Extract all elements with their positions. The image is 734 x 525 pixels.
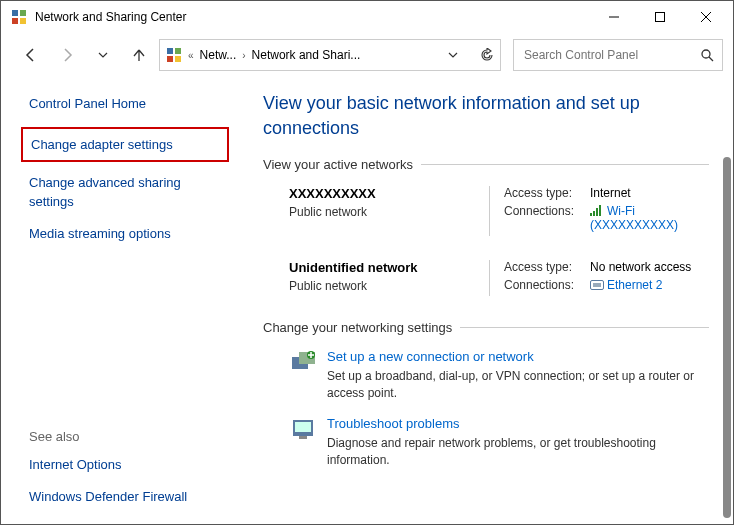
sidebar-item-advanced-sharing[interactable]: Change advanced sharing settings <box>29 174 229 210</box>
close-button[interactable] <box>683 1 729 33</box>
svg-rect-21 <box>299 436 307 439</box>
task-icon <box>289 416 317 444</box>
task-description: Diagnose and repair network problems, or… <box>327 435 709 469</box>
search-icon[interactable] <box>700 48 714 62</box>
section-active-networks: View your active networks <box>263 157 709 172</box>
up-button[interactable] <box>123 39 155 71</box>
forward-button[interactable] <box>51 39 83 71</box>
sidebar-item-home[interactable]: Control Panel Home <box>29 95 229 113</box>
network-block: Unidentified networkPublic networkAccess… <box>263 260 709 296</box>
svg-point-12 <box>702 50 710 58</box>
svg-rect-10 <box>167 56 173 62</box>
network-center-icon <box>11 9 27 25</box>
main-panel: View your basic network information and … <box>241 77 733 524</box>
svg-rect-11 <box>175 56 181 62</box>
search-input[interactable] <box>522 47 700 63</box>
breadcrumb-segment[interactable]: Network and Shari... <box>252 48 361 62</box>
network-center-icon <box>166 47 182 63</box>
wifi-signal-icon <box>590 205 604 216</box>
task-item: Set up a new connection or networkSet up… <box>263 349 709 402</box>
task-item: Troubleshoot problemsDiagnose and repair… <box>263 416 709 469</box>
network-name: XXXXXXXXXX <box>289 186 489 201</box>
svg-rect-1 <box>20 10 26 16</box>
value-access-type: No network access <box>590 260 709 274</box>
titlebar: Network and Sharing Center <box>1 1 733 33</box>
label-connections: Connections: <box>504 278 590 292</box>
ethernet-icon <box>590 280 604 290</box>
value-access-type: Internet <box>590 186 709 200</box>
network-type: Public network <box>289 205 489 219</box>
sidebar-item-media-streaming[interactable]: Media streaming options <box>29 225 229 243</box>
task-link[interactable]: Set up a new connection or network <box>327 349 709 364</box>
svg-rect-0 <box>12 10 18 16</box>
sidebar: Control Panel Home Change adapter settin… <box>1 77 241 524</box>
section-label: Change your networking settings <box>263 320 452 335</box>
chevron-left-icon: « <box>188 50 194 61</box>
section-networking-settings: Change your networking settings <box>263 320 709 335</box>
sidebar-item-internet-options[interactable]: Internet Options <box>29 456 229 474</box>
connection-link[interactable]: Ethernet 2 <box>607 278 662 292</box>
network-block: XXXXXXXXXXPublic networkAccess type:Inte… <box>263 186 709 236</box>
search-box[interactable] <box>513 39 723 71</box>
back-button[interactable] <box>15 39 47 71</box>
chevron-right-icon: › <box>242 50 245 61</box>
svg-rect-3 <box>20 18 26 24</box>
section-label: View your active networks <box>263 157 413 172</box>
address-bar: « Netw... › Network and Shari... <box>1 33 733 77</box>
network-type: Public network <box>289 279 489 293</box>
label-access-type: Access type: <box>504 186 590 200</box>
svg-rect-20 <box>295 422 311 432</box>
maximize-button[interactable] <box>637 1 683 33</box>
window-title: Network and Sharing Center <box>35 10 186 24</box>
sidebar-item-adapter-settings[interactable]: Change adapter settings <box>31 137 173 152</box>
svg-rect-5 <box>656 13 665 22</box>
svg-rect-8 <box>167 48 173 54</box>
task-link[interactable]: Troubleshoot problems <box>327 416 709 431</box>
address-dropdown[interactable] <box>448 50 458 60</box>
label-connections: Connections: <box>504 204 590 218</box>
label-access-type: Access type: <box>504 260 590 274</box>
sidebar-item-firewall[interactable]: Windows Defender Firewall <box>29 488 229 506</box>
svg-rect-2 <box>12 18 18 24</box>
svg-rect-9 <box>175 48 181 54</box>
task-icon <box>289 349 317 377</box>
window: Network and Sharing Center « Netw... › N… <box>0 0 734 525</box>
see-also-header: See also <box>29 429 229 444</box>
svg-line-13 <box>709 57 713 61</box>
page-title: View your basic network information and … <box>263 91 709 141</box>
network-name: Unidentified network <box>289 260 489 275</box>
scrollbar[interactable] <box>723 157 731 518</box>
content-area: Control Panel Home Change adapter settin… <box>1 77 733 524</box>
breadcrumb-segment[interactable]: Netw... <box>200 48 237 62</box>
refresh-button[interactable] <box>480 48 494 62</box>
minimize-button[interactable] <box>591 1 637 33</box>
recent-dropdown[interactable] <box>87 39 119 71</box>
task-description: Set up a broadband, dial-up, or VPN conn… <box>327 368 709 402</box>
highlight-box: Change adapter settings <box>21 127 229 162</box>
address-box[interactable]: « Netw... › Network and Shari... <box>159 39 501 71</box>
